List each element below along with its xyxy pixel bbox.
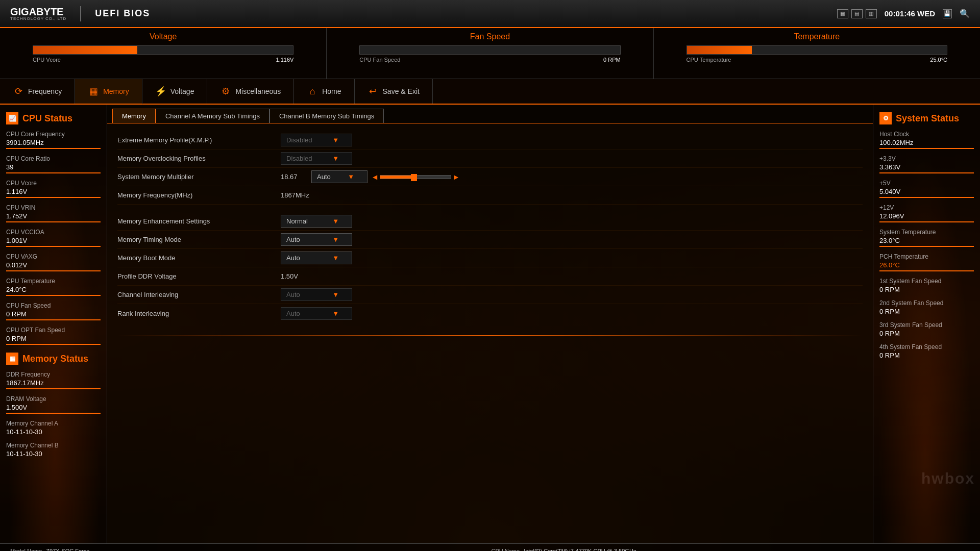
cpu-core-ratio: CPU Core Ratio 39 [6,155,101,173]
icon-box-2[interactable]: ▤ [851,9,863,18]
sys-temp: System Temperature 23.0°C [879,229,974,247]
misc-label: Miscellaneous [235,87,281,95]
mem-enhance-label: Memory Enhancement Settings [117,213,281,229]
channel-interleaving-value[interactable]: Auto ▼ [281,288,352,301]
clock-display: 00:01:46 WED [885,9,935,18]
frequency-icon: ⟳ [13,86,24,97]
info-col-4 [732,548,970,551]
sys-mem-arrow: ▼ [348,173,354,181]
sys-mem-dropdown[interactable]: Auto ▼ [311,170,368,183]
host-clock: Host Clock 100.02MHz [879,131,974,149]
mem-enhance-value[interactable]: Normal ▼ [281,215,352,228]
slider-track[interactable] [380,175,451,179]
sub-tab-memory[interactable]: Memory [112,109,156,123]
rank-interleaving-label: Rank Interleaving [117,306,281,321]
tab-frequency[interactable]: ⟳ Frequency [0,79,75,104]
channel-interleaving-label: Channel Interleaving [117,287,281,303]
content-divider [117,335,863,336]
rank-interleaving-arrow: ▼ [332,310,339,317]
mem-boot-dropdown[interactable]: Auto ▼ [281,252,352,264]
sub-tab-channel-a[interactable]: Channel A Memory Sub Timings [156,109,270,123]
system-status-icon: ⚙ [879,112,892,124]
setting-oc-profiles: Memory Overclocking Profiles Disabled ▼ [117,149,863,168]
info-col-3: CPU Name Intel(R) Core(TM) i7-4770K CPU … [492,548,729,551]
xmp-dropdown[interactable]: Disabled ▼ [281,134,352,146]
sys-fan-2: 2nd System Fan Speed 0 RPM [879,299,974,315]
slider-right-arrow[interactable]: ▶ [454,173,458,181]
mem-enhance-dropdown[interactable]: Normal ▼ [281,215,352,228]
voltage-fill [33,46,137,54]
mem-timing-label: Memory Timing Mode [117,232,281,247]
cpu-status-icon: 📈 [6,112,18,124]
profile-ddr-value: 1.50V [281,272,298,280]
rank-interleaving-value[interactable]: Auto ▼ [281,307,352,320]
slider-thumb[interactable] [411,174,417,181]
fan-label: CPU Fan Speed 0 RPM [359,57,620,63]
search-icon[interactable]: 🔍 [960,9,970,18]
info-col-1: Model Name Z97X-SOC Force BIOS Version F… [10,548,248,551]
hwbox-logo: hwbox [921,470,975,487]
settings-container: Extreme Memory Profile(X.M.P.) Disabled … [107,123,873,330]
memory-label: Memory [103,87,129,95]
channel-interleaving-dropdown[interactable]: Auto ▼ [281,288,352,301]
mem-channel-a: Memory Channel A 10-11-10-30 [6,420,101,436]
cpu-temp: CPU Temperature 24.0°C [6,278,101,296]
oc-profiles-value[interactable]: Disabled ▼ [281,152,352,165]
setting-rank-interleaving: Rank Interleaving Auto ▼ [117,304,863,322]
tab-home[interactable]: ⌂ Home [294,79,354,104]
mem-timing-value[interactable]: Auto ▼ [281,233,352,246]
sys-fan-1: 1st System Fan Speed 0 RPM [879,278,974,293]
mem-boot-value[interactable]: Auto ▼ [281,252,352,264]
icon-box-3[interactable]: ▥ [866,9,877,18]
model-name-row: Model Name Z97X-SOC Force [10,548,248,551]
cpu-vccioa: CPU VCCIOA 1.001V [6,229,101,247]
tab-voltage[interactable]: ⚡ Voltage [142,79,208,104]
oc-profiles-dropdown[interactable]: Disabled ▼ [281,152,352,165]
icon-box-1[interactable]: ▦ [837,9,848,18]
tab-memory[interactable]: ▦ Memory [75,79,142,105]
cpu-name-val: Intel(R) Core(TM) i7-4770K CPU @ 3.50GHz [524,548,636,551]
fan-graph [359,45,620,55]
bios-title: UEFI BIOS [95,8,150,19]
profile-ddr-label: Profile DDR Voltage [117,268,281,284]
info-bar: Model Name Z97X-SOC Force BIOS Version F… [0,543,980,551]
memory-status-icon: ▦ [6,353,18,365]
profile-ddr-text: 1.50V [281,272,298,280]
sys-mem-slider[interactable]: ◀ ▶ [373,173,458,181]
tab-miscellaneous[interactable]: ⚙ Miscellaneous [207,79,294,104]
header-logo: GIGABYTE TECHNOLOGY CO., LTD UEFI BIOS [10,6,150,21]
right-sidebar: ⚙ System Status Host Clock 100.02MHz +3.… [873,105,980,543]
slider-left-arrow[interactable]: ◀ [373,173,377,181]
cpu-status-title: 📈 CPU Status [6,112,101,124]
multiplier-value: 18.67 [281,173,306,181]
oc-profiles-label: Memory Overclocking Profiles [117,151,281,166]
header: GIGABYTE TECHNOLOGY CO., LTD UEFI BIOS ▦… [0,0,980,28]
sys-mem-mult-label: System Memory Multiplier [117,169,281,185]
voltage-section: Voltage CPU Vcore 1.116V [0,28,327,79]
cpu-vrin: CPU VRIN 1.752V [6,204,101,222]
model-name-val: Z97X-SOC Force [46,548,89,551]
setting-mem-freq: Memory Frequency(MHz) 1867MHz [117,186,863,205]
voltage-icon: ⚡ [155,86,166,97]
disk-icon: 💾 [943,9,952,18]
voltage-label: CPU Vcore 1.116V [33,57,293,63]
header-right: ▦ ▤ ▥ 00:01:46 WED 💾 🔍 [837,9,970,18]
sys-fan-3: 3rd System Fan Speed 0 RPM [879,321,974,337]
left-sidebar: 📈 CPU Status CPU Core Frequency 3901.05M… [0,105,107,543]
mem-freq-text: 1867MHz [281,191,309,199]
tab-save-exit[interactable]: ↩ Save & Exit [355,79,433,104]
spacer [117,205,863,212]
temp-title: Temperature [794,32,840,41]
rank-interleaving-dropdown[interactable]: Auto ▼ [281,307,352,320]
setting-mem-timing-mode: Memory Timing Mode Auto ▼ [117,231,863,249]
mem-timing-dropdown[interactable]: Auto ▼ [281,233,352,246]
fan-title: Fan Speed [470,32,510,41]
xmp-value-area[interactable]: Disabled ▼ [281,134,352,146]
sub-tab-channel-b[interactable]: Channel B Memory Sub Timings [270,109,384,123]
home-icon: ⌂ [307,86,318,97]
mem-freq-label: Memory Frequency(MHz) [117,187,281,203]
plus-5v: +5V 5.040V [879,180,974,198]
voltage-graph [33,45,293,55]
ddr-freq: DDR Frequency 1867.17MHz [6,371,101,389]
model-name-key: Model Name [10,548,42,551]
